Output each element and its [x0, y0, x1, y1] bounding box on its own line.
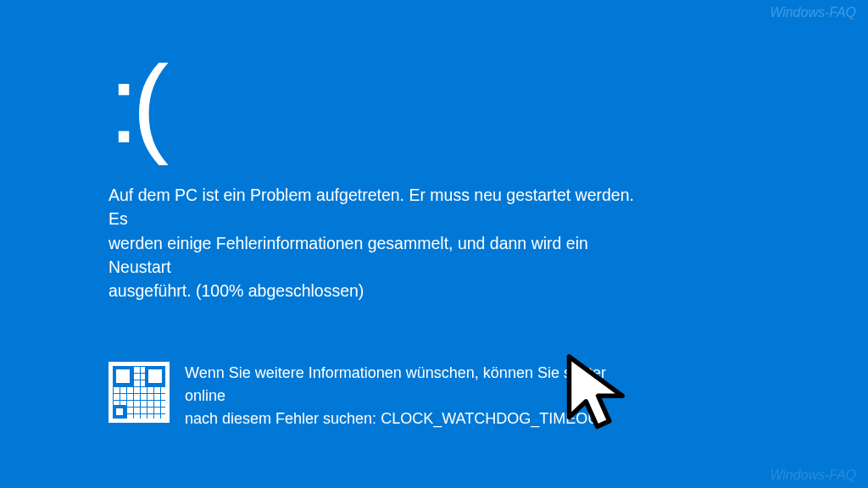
- watermark-top: Windows-FAQ: [770, 5, 856, 20]
- message-line-1: Auf dem PC ist ein Problem aufgetreten. …: [108, 186, 634, 228]
- info-line-1: Wenn Sie weitere Informationen wünschen,…: [185, 364, 606, 404]
- bsod-screen: :( Auf dem PC ist ein Problem aufgetrete…: [0, 0, 868, 430]
- error-message: Auf dem PC ist ein Problem aufgetreten. …: [108, 183, 634, 302]
- sad-face-emoticon: :(: [108, 49, 792, 159]
- info-line-2: nach diesem Fehler suchen: CLOCK_WATCHDO…: [185, 410, 608, 427]
- message-line-2: werden einige Fehlerinformationen gesamm…: [108, 234, 588, 276]
- qr-code-icon: [108, 362, 170, 423]
- info-section: Wenn Sie weitere Informationen wünschen,…: [108, 362, 792, 430]
- cursor-icon: [555, 347, 648, 441]
- watermark-bottom: Windows-FAQ: [770, 468, 856, 483]
- message-line-3: ausgeführt. (100% abgeschlossen): [108, 281, 364, 300]
